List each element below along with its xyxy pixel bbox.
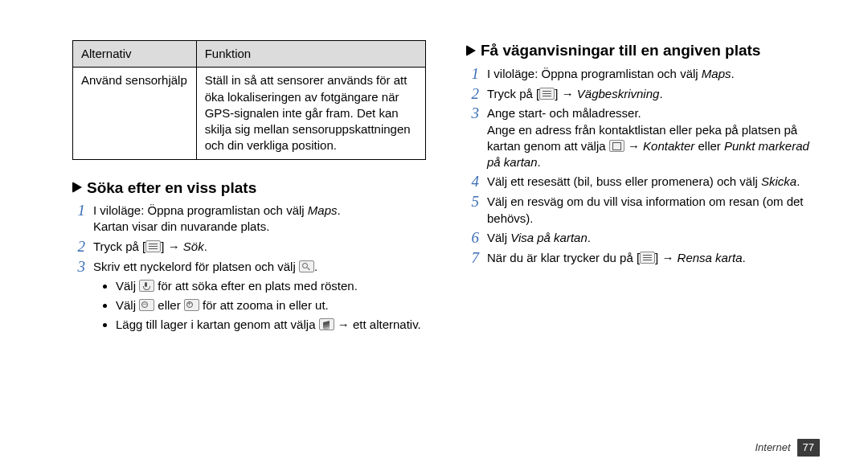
- step3-text-a: Skriv ett nyckelord för platsen och välj: [93, 260, 299, 273]
- r-step3: Ange start- och måladresser.: [487, 106, 641, 120]
- step1-maps: Maps: [308, 203, 338, 217]
- right-column: Få väganvisningar till en angiven plats …: [466, 40, 820, 340]
- bullet1-a: Välj: [116, 279, 139, 293]
- step-item: 4 Välj ett resesätt (bil, buss eller pro…: [466, 174, 820, 190]
- step-number: 1: [466, 66, 479, 83]
- bullet2-b: eller: [154, 298, 184, 312]
- step-number: 3: [72, 259, 85, 276]
- r-step7-d: .: [742, 251, 745, 264]
- bullet2-a: Välj: [116, 298, 139, 312]
- bullet-item: Välj för att söka efter en plats med rös…: [116, 278, 426, 294]
- step-number: 5: [466, 194, 479, 211]
- r-step6-c: .: [588, 231, 591, 244]
- step-item: 1 I viloläge: Öppna programlistan och vä…: [466, 66, 820, 83]
- step-body: Tryck på [] → Sök.: [93, 239, 426, 255]
- step-item: 6 Välj Visa på kartan.: [466, 230, 820, 247]
- table-cell-option: Använd sensorhjälp: [73, 68, 197, 159]
- bullet-item: Välj eller för att zooma in eller ut.: [116, 297, 426, 313]
- bullet3-b: → ett alternativ.: [334, 317, 421, 331]
- step-number: 7: [466, 250, 479, 267]
- step-item: 3 Ange start- och måladresser. Ange en a…: [466, 105, 820, 170]
- bullet2-c: för att zooma in eller ut.: [199, 298, 329, 312]
- step2-text-a: Tryck på [: [93, 240, 145, 253]
- zoom-out-icon: [139, 299, 154, 311]
- mic-icon: [139, 280, 154, 292]
- table-header-alternativ: Alternativ: [73, 41, 197, 68]
- step2-text-d: .: [204, 240, 207, 253]
- steps-left: 1 I viloläge: Öppna programlistan och vä…: [72, 203, 426, 336]
- table-cell-function: Ställ in så att sensorer används för att…: [196, 68, 425, 159]
- r-step4-c: .: [796, 174, 800, 188]
- step1-text-a: I viloläge: Öppna programlistan och välj: [93, 203, 308, 217]
- step-item: 5 Välj en resväg om du vill visa informa…: [466, 194, 820, 227]
- heading-directions: Få väganvisningar till en angiven plats: [466, 40, 820, 61]
- options-table: Alternativ Funktion Använd sensorhjälp S…: [72, 40, 426, 160]
- footer-section: Internet: [755, 440, 790, 455]
- step-body: Välj ett resesätt (bil, buss eller prome…: [487, 174, 820, 190]
- contacts-icon: [609, 140, 624, 152]
- bullet-list: Välj för att söka efter en plats med rös…: [93, 278, 426, 334]
- step1-text-c: .: [338, 203, 341, 217]
- step-item: 2 Tryck på [] → Vägbeskrivning.: [466, 86, 820, 103]
- r-step1-a: I viloläge: Öppna programlistan och välj: [487, 67, 702, 80]
- r-step7-c: Rensa karta: [678, 251, 743, 264]
- r-step3-sub-f: .: [538, 155, 541, 169]
- step-item: 1 I viloläge: Öppna programlistan och vä…: [72, 203, 426, 236]
- step-item: 2 Tryck på [] → Sök.: [72, 239, 426, 256]
- r-step2-d: .: [659, 87, 662, 100]
- step-item: 7 När du är klar trycker du på [] → Rens…: [466, 250, 820, 267]
- heading-directions-text: Få väganvisningar till en angiven plats: [481, 40, 760, 61]
- step-body: Skriv ett nyckelord för platsen och välj…: [93, 259, 426, 337]
- step-number: 3: [466, 105, 479, 122]
- table-header-funktion: Funktion: [196, 41, 425, 68]
- r-step1-maps: Maps: [702, 67, 731, 80]
- r-step7-a: När du är klar trycker du på [: [487, 251, 640, 264]
- r-step6-a: Välj: [487, 231, 510, 244]
- heading-search-place: Söka efter en viss plats: [72, 178, 426, 199]
- left-column: Alternativ Funktion Använd sensorhjälp S…: [72, 40, 426, 340]
- table-header-row: Alternativ Funktion: [73, 41, 426, 68]
- heading-search-place-text: Söka efter en viss plats: [87, 178, 256, 199]
- r-step2-c: Vägbeskrivning: [577, 87, 660, 100]
- step-number: 2: [466, 86, 479, 103]
- steps-right: 1 I viloläge: Öppna programlistan och vä…: [466, 66, 820, 267]
- step2-text-b: ] →: [161, 240, 183, 253]
- step-number: 2: [72, 239, 85, 256]
- r-step6-b: Visa på kartan: [510, 231, 588, 244]
- r-step2-b: ] →: [555, 87, 577, 100]
- menu-icon: [539, 88, 555, 100]
- page-root: Alternativ Funktion Använd sensorhjälp S…: [0, 0, 868, 471]
- footer-page-number: 77: [797, 439, 820, 457]
- step-body: Tryck på [] → Vägbeskrivning.: [487, 86, 820, 102]
- step-body: När du är klar trycker du på [] → Rensa …: [487, 250, 820, 266]
- r-step3-sub-c: Kontakter: [643, 139, 694, 153]
- step1-sub: Kartan visar din nuvarande plats.: [93, 219, 426, 235]
- r-step3-sub-b: →: [624, 139, 643, 153]
- columns: Alternativ Funktion Använd sensorhjälp S…: [72, 40, 820, 340]
- r-step3-sub: Ange en adress från kontaktlistan eller …: [487, 122, 820, 171]
- r-step7-b: ] →: [655, 251, 678, 264]
- step-number: 6: [466, 230, 479, 247]
- bullet-item: Lägg till lager i kartan genom att välja…: [116, 317, 426, 333]
- chevron-icon: [466, 45, 476, 56]
- r-step4-b: Skicka: [761, 174, 796, 188]
- page-footer: Internet 77: [755, 439, 820, 457]
- search-icon: [299, 260, 314, 272]
- step2-sok: Sök: [183, 240, 204, 253]
- step3-text-b: .: [314, 260, 317, 273]
- step-body: Ange start- och måladresser. Ange en adr…: [487, 105, 820, 170]
- menu-icon: [145, 240, 161, 252]
- table-row: Använd sensorhjälp Ställ in så att senso…: [73, 68, 426, 159]
- r-step3-sub-d: eller: [694, 139, 724, 153]
- step-body: Välj en resväg om du vill visa informati…: [487, 194, 820, 227]
- r-step1-c: .: [731, 67, 735, 80]
- step-number: 4: [466, 174, 479, 190]
- zoom-in-icon: [184, 299, 199, 311]
- step-number: 1: [72, 203, 85, 219]
- step-body: I viloläge: Öppna programlistan och välj…: [487, 66, 820, 82]
- bullet3-a: Lägg till lager i kartan genom att välja: [116, 317, 319, 331]
- step-body: I viloläge: Öppna programlistan och välj…: [93, 203, 426, 236]
- chevron-icon: [72, 182, 82, 193]
- menu-icon: [640, 252, 655, 264]
- r-step2-a: Tryck på [: [487, 87, 539, 100]
